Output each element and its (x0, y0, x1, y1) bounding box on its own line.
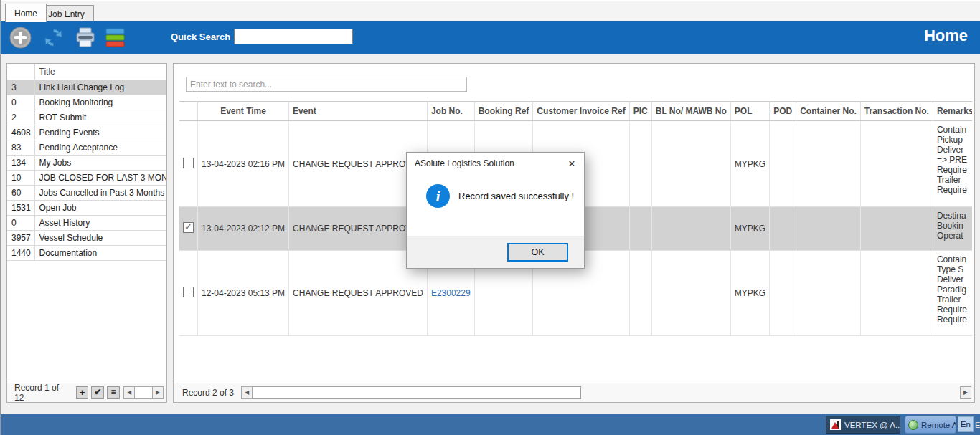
dialog-message: Record saved successfully ! (458, 191, 574, 201)
sidebar-row-count: 1531 (7, 200, 34, 215)
sidebar-row[interactable]: 4608Pending Events (7, 125, 166, 140)
grid-column-header[interactable] (179, 102, 198, 121)
grid-column-header[interactable]: Customer Invoice Ref (533, 102, 629, 121)
grid-column-header[interactable]: Event Time (198, 102, 289, 121)
container-no-cell (796, 121, 861, 207)
grid-column-header[interactable]: Booking Ref (474, 102, 533, 121)
menu-bars-icon[interactable]: ≡ (107, 386, 120, 399)
sidebar-row[interactable]: 3Link Haul Change Log (7, 80, 166, 95)
pod-cell (770, 251, 796, 336)
remark-line: Contain (937, 125, 972, 135)
pol-cell: MYPKG (730, 207, 769, 251)
sidebar-row-title: My Jobs (34, 155, 166, 170)
remarks-cell: ContainPickupDeliver=> PRERequireTrailer… (933, 121, 972, 207)
language-indicator[interactable]: En (958, 416, 974, 432)
message-dialog: ASolute Logistics Solution ✕ i Record sa… (406, 152, 585, 269)
taskbar-item-vertex[interactable]: VERTEX @ A... (826, 416, 900, 434)
sidebar-row-title: Pending Acceptance (34, 140, 166, 155)
job-no-link[interactable]: E2300229 (431, 288, 471, 298)
close-icon[interactable]: ✕ (560, 153, 584, 174)
sidebar-row-count: 0 (7, 95, 34, 110)
row-checkbox[interactable] (183, 287, 194, 297)
sidebar-row[interactable]: 3957Vessel Schedule (7, 230, 166, 245)
main-toolbar: Quick Search Home (1, 21, 980, 54)
row-checkbox[interactable] (183, 222, 194, 233)
grid-column-header[interactable]: Remarks (933, 102, 972, 121)
taskbar-item-remote[interactable]: Remote A (905, 416, 956, 434)
add-icon[interactable] (9, 27, 32, 52)
grid-scroll-right-icon[interactable]: ▶ (960, 386, 971, 399)
remark-line: Deliver (937, 145, 972, 155)
grid-column-header[interactable]: Job No. (427, 102, 474, 121)
grid-column-header[interactable]: POL (730, 102, 769, 121)
grid-column-header[interactable]: BL No/ MAWB No (651, 102, 730, 121)
sidebar-row-title: ROT Submit (34, 110, 166, 125)
app-window: Home Job Entry (0, 0, 980, 435)
remark-line: Contain (937, 254, 972, 264)
row-select-cell (179, 251, 198, 336)
event-time-cell: 13-04-2023 02:16 PM (198, 121, 289, 207)
list-bars-icon[interactable] (105, 28, 125, 50)
container-no-cell (796, 251, 861, 336)
scroll-right-icon[interactable]: ▶ (152, 386, 164, 399)
tab-home[interactable]: Home (5, 4, 47, 22)
vertex-logo-icon (830, 419, 841, 430)
grid-search-input[interactable] (186, 77, 467, 92)
sidebar-row[interactable]: 1440Documentation (7, 245, 166, 260)
sidebar-row-count: 1440 (7, 245, 34, 260)
remark-line: Paradig (937, 285, 972, 295)
sidebar-row-count: 4608 (7, 125, 34, 140)
pic-cell (629, 251, 651, 336)
remark-line: Pickup (937, 135, 972, 145)
sidebar-row-count: 10 (7, 170, 34, 185)
scroll-left-icon[interactable]: ◀ (123, 386, 135, 399)
sidebar-row-title: Vessel Schedule (34, 230, 166, 245)
grid-scroll-thumb[interactable] (253, 386, 581, 399)
ok-button[interactable]: OK (507, 243, 568, 262)
sidebar-row[interactable]: 60Jobs Cancelled in Past 3 Months (7, 185, 166, 200)
sidebar-row[interactable]: 2ROT Submit (7, 110, 166, 125)
sidebar-row-title: Link Haul Change Log (34, 80, 166, 95)
dialog-titlebar[interactable]: ASolute Logistics Solution ✕ (407, 153, 584, 174)
row-checkbox[interactable] (183, 158, 194, 168)
sidebar-row[interactable]: 0Asset History (7, 215, 166, 230)
remark-line: Trailer (937, 295, 972, 305)
info-icon: i (426, 184, 450, 208)
sidebar-row-title: Pending Events (34, 125, 166, 140)
add-record-icon[interactable]: ＋ (76, 386, 89, 399)
pol-cell: MYPKG (730, 251, 769, 336)
confirm-record-icon[interactable]: ✔ (91, 386, 104, 399)
sidebar-row-count: 0 (7, 215, 34, 230)
grid-column-header[interactable]: Event (289, 102, 428, 121)
sidebar-row-title: Booking Monitoring (34, 95, 166, 110)
sidebar-row-count: 2 (7, 110, 34, 125)
sidebar-row-title: Jobs Cancelled in Past 3 Months (34, 185, 166, 200)
grid-column-header[interactable]: PIC (629, 102, 651, 121)
sidebar-row-count: 3 (7, 80, 34, 95)
sidebar-row-title: Asset History (34, 215, 166, 230)
sidebar-row[interactable]: 134My Jobs (7, 155, 166, 170)
quick-search-input[interactable] (234, 29, 353, 44)
scroll-thumb[interactable] (135, 386, 152, 399)
remark-line: Destina (937, 211, 972, 221)
sidebar-row[interactable]: 83Pending Acceptance (7, 140, 166, 155)
grid-column-header[interactable]: Transaction No. (860, 102, 933, 121)
tab-job-entry[interactable]: Job Entry (39, 5, 94, 22)
grid-column-header[interactable]: Container No. (796, 102, 861, 121)
sidebar-row-count: 60 (7, 185, 34, 200)
sidebar-row-count: 134 (7, 155, 34, 170)
grid-scroll-left-icon[interactable]: ◀ (241, 386, 253, 399)
sidebar-row[interactable]: 0Booking Monitoring (7, 95, 166, 110)
remark-line: Bookin (937, 221, 972, 231)
container-no-cell (796, 207, 861, 251)
remark-line: Operat (937, 231, 972, 241)
sidebar-hscrollbar: ◀ ▶ (123, 386, 164, 399)
refresh-icon[interactable] (42, 27, 65, 52)
grid-column-header[interactable]: POD (770, 102, 796, 121)
taskbar-vertex-label: VERTEX @ A... (844, 421, 900, 429)
pic-cell (629, 121, 651, 207)
print-icon[interactable] (75, 27, 96, 51)
sidebar-row[interactable]: 10JOB CLOSED FOR LAST 3 MONTH (7, 170, 166, 185)
event-time-cell: 13-04-2023 02:12 PM (198, 207, 289, 251)
sidebar-row[interactable]: 1531Open Job (7, 200, 166, 215)
